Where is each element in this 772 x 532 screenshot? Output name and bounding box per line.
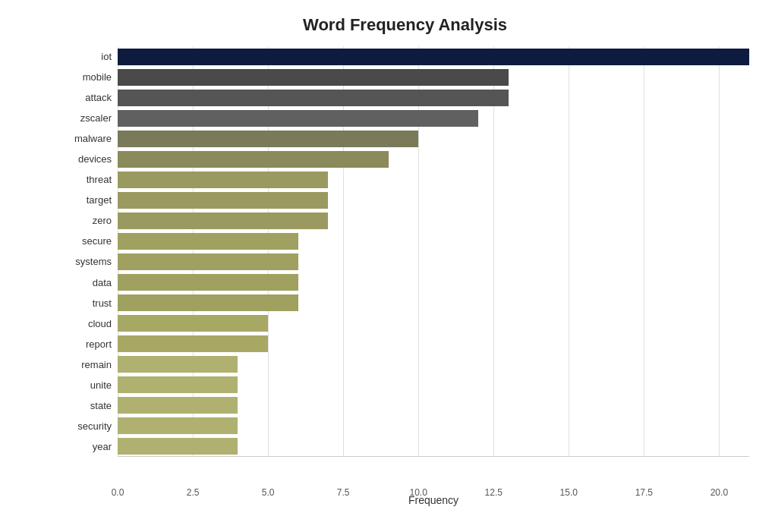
bar — [118, 90, 509, 106]
bar — [118, 131, 418, 147]
bar — [118, 397, 238, 414]
bar-row — [118, 395, 749, 415]
bar — [118, 376, 238, 393]
bar-row — [118, 354, 749, 374]
y-label: report — [61, 334, 112, 354]
bar — [118, 294, 298, 311]
bar-row — [118, 211, 749, 231]
bar — [118, 110, 478, 127]
bar-row — [118, 334, 749, 354]
y-label: threat — [61, 170, 112, 190]
bar-row — [118, 272, 749, 292]
bar-row — [118, 170, 749, 190]
bar-row — [118, 231, 749, 251]
y-label: security — [61, 416, 112, 436]
y-label: zero — [61, 211, 112, 231]
bar — [118, 253, 298, 270]
y-label: state — [61, 395, 112, 415]
y-labels: iotmobileattackzscalermalwaredevicesthre… — [61, 46, 118, 457]
bar — [118, 274, 298, 291]
bar-row — [118, 252, 749, 272]
y-label: iot — [61, 47, 112, 67]
bars-grid: 0.02.55.07.510.012.515.017.520.0 Frequen… — [118, 46, 749, 457]
y-label: systems — [61, 252, 112, 272]
bar — [118, 438, 238, 455]
bar-row — [118, 68, 749, 87]
bar — [118, 335, 268, 352]
bar — [118, 212, 328, 229]
y-label: target — [61, 190, 112, 210]
bar — [118, 151, 389, 168]
bar — [118, 172, 328, 188]
bar — [118, 356, 238, 373]
bar — [118, 417, 238, 434]
chart-title: Word Frequency Analysis — [61, 15, 749, 35]
y-label: zscaler — [61, 109, 112, 128]
y-label: cloud — [61, 313, 112, 333]
x-axis-label: Frequency — [118, 494, 749, 506]
bar-row — [118, 436, 749, 456]
bar-row — [118, 109, 749, 128]
bar-row — [118, 375, 749, 395]
bar — [118, 233, 298, 250]
bar-row — [118, 313, 749, 333]
y-label: malware — [61, 129, 112, 149]
y-label: remain — [61, 354, 112, 374]
y-label: trust — [61, 293, 112, 313]
y-label: unite — [61, 375, 112, 395]
bar-row — [118, 416, 749, 436]
bar — [118, 69, 509, 86]
bar-row — [118, 293, 749, 313]
bar — [118, 192, 328, 209]
bar-row — [118, 47, 749, 67]
y-label: mobile — [61, 68, 112, 87]
y-label: year — [61, 436, 112, 456]
y-label: devices — [61, 150, 112, 169]
bar-row — [118, 190, 749, 210]
chart-container: Word Frequency Analysis iotmobileattackz… — [0, 0, 772, 532]
bar — [118, 315, 268, 332]
y-label: data — [61, 272, 112, 292]
y-label: attack — [61, 88, 112, 108]
bar-row — [118, 88, 749, 108]
y-label: secure — [61, 231, 112, 251]
chart-area: iotmobileattackzscalermalwaredevicesthre… — [61, 46, 749, 457]
bar — [118, 49, 749, 65]
bar-row — [118, 129, 749, 149]
bar-row — [118, 150, 749, 169]
